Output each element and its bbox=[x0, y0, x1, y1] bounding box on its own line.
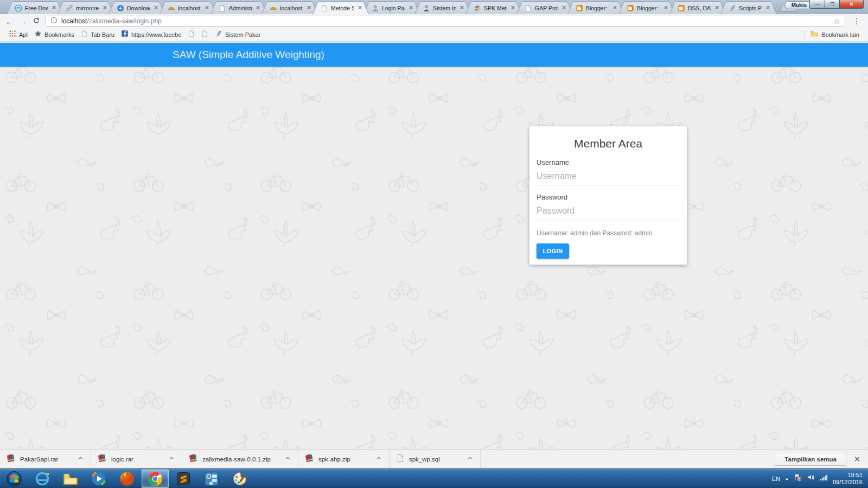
browser-tab-3[interactable]: Download✕ bbox=[108, 1, 165, 14]
language-indicator[interactable]: EN bbox=[772, 476, 780, 482]
browser-tab-7[interactable]: Metode S✕ bbox=[312, 1, 369, 14]
other-bookmarks-button[interactable]: Bookmark lain bbox=[807, 29, 863, 40]
tab-title: GAP Profi bbox=[535, 5, 558, 11]
download-item[interactable]: PakarSapi.rar bbox=[0, 450, 91, 468]
tab-close-icon[interactable]: ✕ bbox=[153, 5, 159, 11]
taskbar-internet-explorer-icon[interactable] bbox=[29, 470, 56, 488]
download-item[interactable]: spk_wp.sql bbox=[390, 450, 481, 468]
tab-title: DSS, DAT bbox=[688, 5, 711, 11]
bookmark-item[interactable] bbox=[184, 29, 198, 40]
bookmark-item-https-www-facebook[interactable]: https://www.facebook bbox=[118, 29, 184, 40]
back-button[interactable]: ← bbox=[5, 17, 14, 25]
tab-close-icon[interactable]: ✕ bbox=[204, 5, 210, 11]
taskbar-file-explorer-icon[interactable] bbox=[57, 470, 84, 488]
forward-button[interactable]: → bbox=[19, 17, 27, 25]
username-label: Username bbox=[537, 158, 680, 166]
download-options-chevron-icon[interactable] bbox=[275, 454, 291, 464]
tab-close-icon[interactable]: ✕ bbox=[255, 5, 261, 11]
action-center-flag-icon[interactable] bbox=[794, 473, 802, 484]
download-options-chevron-icon[interactable] bbox=[159, 454, 175, 464]
browser-tab-9[interactable]: Sistem In✕ bbox=[414, 1, 471, 14]
browser-tab-2[interactable]: mirrorcre✕ bbox=[58, 1, 114, 14]
browser-tab-6[interactable]: localhost✕ bbox=[261, 1, 318, 14]
download-filename: spk_wp.sql bbox=[409, 456, 440, 463]
windows-taskbar: EN ▲ 19:51 09/12/2016 bbox=[0, 468, 868, 488]
taskbar-start-button[interactable] bbox=[1, 470, 28, 488]
tab-close-icon[interactable]: ✕ bbox=[459, 5, 465, 11]
password-label: Password bbox=[537, 193, 680, 201]
bookmark-item-sistem-pakar[interactable]: Sistem Pakar bbox=[212, 29, 264, 40]
download-filename: spk-ahp.zip bbox=[318, 456, 350, 463]
bookmark-item-apl[interactable]: Apl bbox=[5, 29, 31, 40]
download-options-chevron-icon[interactable] bbox=[366, 454, 382, 464]
login-card-title: Member Area bbox=[537, 137, 680, 150]
download-options-chevron-icon[interactable] bbox=[457, 454, 474, 464]
taskbar-paint-icon[interactable] bbox=[226, 470, 253, 488]
page-info-icon[interactable] bbox=[50, 16, 58, 26]
username-input[interactable] bbox=[537, 166, 680, 185]
browser-tab-1[interactable]: Free Dow✕ bbox=[7, 1, 63, 14]
tab-close-icon[interactable]: ✕ bbox=[408, 5, 414, 11]
tab-close-icon[interactable]: ✕ bbox=[51, 5, 57, 11]
password-input[interactable] bbox=[537, 201, 680, 220]
taskbar-firefox-icon[interactable] bbox=[113, 470, 141, 488]
browser-tab-15[interactable]: Scripts P✕ bbox=[720, 1, 777, 14]
download-filename: PakarSapi.rar bbox=[20, 456, 58, 463]
browser-tab-11[interactable]: GAP Profi✕ bbox=[516, 1, 573, 14]
tab-close-icon[interactable]: ✕ bbox=[714, 5, 720, 11]
tab-title: Scripts P bbox=[739, 5, 762, 11]
tab-close-icon[interactable]: ✕ bbox=[612, 5, 618, 11]
tab-close-icon[interactable]: ✕ bbox=[663, 5, 669, 11]
browser-tab-12[interactable]: Blogger: D✕ bbox=[567, 1, 624, 14]
browser-tab-14[interactable]: DSS, DAT✕ bbox=[669, 1, 726, 14]
chrome-menu-icon[interactable]: ⋮ bbox=[851, 17, 863, 25]
close-button[interactable]: ✕ bbox=[840, 0, 864, 9]
rar-file-icon bbox=[7, 453, 16, 465]
person-dark-icon bbox=[423, 4, 430, 12]
browser-tab-10[interactable]: SPK Meto✕ bbox=[465, 1, 522, 14]
tab-close-icon[interactable]: ✕ bbox=[357, 5, 363, 11]
show-all-downloads-button[interactable]: Tampilkan semua bbox=[775, 453, 846, 466]
download-item[interactable]: spk-ahp.zip bbox=[298, 450, 390, 468]
folder-icon bbox=[810, 30, 819, 40]
phpmyadmin-icon bbox=[270, 4, 277, 12]
minimize-button[interactable]: — bbox=[809, 0, 825, 9]
refresh-button[interactable] bbox=[33, 17, 40, 25]
tab-close-icon[interactable]: ✕ bbox=[510, 5, 516, 11]
restore-button[interactable]: ❐ bbox=[825, 0, 840, 9]
browser-tab-4[interactable]: localhost✕ bbox=[159, 1, 216, 14]
bookmark-item-bookmarks[interactable]: Bookmarks bbox=[31, 29, 78, 40]
speaker-icon[interactable] bbox=[807, 473, 815, 484]
bookmark-star-icon[interactable]: ☆ bbox=[833, 17, 840, 25]
clock[interactable]: 19:51 09/12/2016 bbox=[833, 472, 863, 486]
person-icon bbox=[372, 4, 379, 12]
address-bar[interactable]: localhost/zalixmedia-saw/login.php ☆ bbox=[46, 16, 845, 27]
tab-close-icon[interactable]: ✕ bbox=[306, 5, 312, 11]
taskbar-media-player-icon[interactable] bbox=[85, 470, 112, 488]
taskbar-chrome-icon[interactable] bbox=[142, 470, 169, 488]
tab-close-icon[interactable]: ✕ bbox=[765, 5, 771, 11]
taskbar-display-settings-icon[interactable] bbox=[198, 470, 225, 488]
browser-tab-8[interactable]: Login Pag✕ bbox=[363, 1, 420, 14]
download-item[interactable]: logic.rar bbox=[91, 450, 182, 468]
download-options-chevron-icon[interactable] bbox=[68, 454, 84, 464]
download-item[interactable]: zalixmedia-saw-0.0.1.zip bbox=[182, 450, 298, 468]
bookmark-item-tab-baru[interactable]: Tab Baru bbox=[78, 29, 118, 40]
rar-file-icon bbox=[189, 453, 198, 465]
close-downloads-bar-icon[interactable]: ✕ bbox=[846, 454, 868, 464]
hidden-icons-button[interactable]: ▲ bbox=[785, 477, 789, 480]
apps-icon bbox=[9, 30, 16, 40]
login-button[interactable]: LOGIN bbox=[537, 243, 569, 259]
window-controls: — ❐ ✕ bbox=[809, 0, 864, 9]
network-signal-icon[interactable] bbox=[820, 473, 828, 484]
tab-title: Free Dow bbox=[25, 5, 48, 11]
browser-tab-5[interactable]: Administr✕ bbox=[210, 1, 267, 14]
hipster-doodle-background bbox=[0, 42, 868, 449]
taskbar-sublime-text-icon[interactable] bbox=[170, 470, 197, 488]
tab-close-icon[interactable]: ✕ bbox=[102, 5, 108, 11]
browser-tab-13[interactable]: Blogger: P✕ bbox=[618, 1, 675, 14]
quill-icon bbox=[215, 30, 222, 40]
tab-close-icon[interactable]: ✕ bbox=[561, 5, 567, 11]
tab-title: Sistem In bbox=[433, 5, 456, 11]
bookmark-item[interactable] bbox=[198, 29, 212, 40]
